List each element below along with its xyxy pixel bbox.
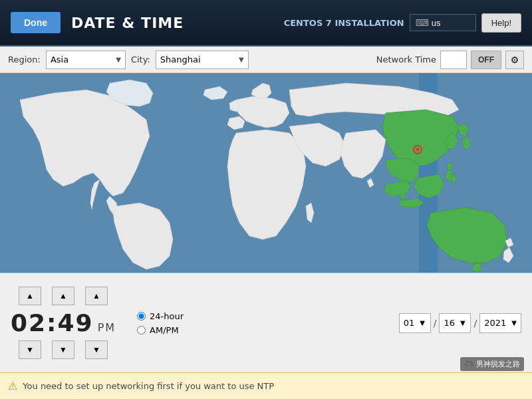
date-separator-2: /	[473, 318, 477, 329]
header-right: CENTOS 7 INSTALLATION ⌨ Help!	[284, 13, 521, 33]
month-dropdown[interactable]: 01 ▼	[399, 313, 431, 333]
city-value: Shanghai	[160, 55, 201, 65]
toolbar: Region: Asia ▼ City: Shanghai ▼ Network …	[0, 47, 532, 73]
date-separator-1: /	[434, 318, 437, 329]
network-time-input[interactable]	[440, 51, 467, 69]
region-dropdown[interactable]: Asia ▼	[46, 51, 126, 69]
region-label: Region:	[8, 55, 41, 65]
seconds-down-button[interactable]: ▼	[85, 340, 108, 359]
day-arrow-icon: ▼	[460, 319, 466, 327]
month-arrow-icon: ▼	[420, 319, 425, 327]
month-value: 01	[404, 318, 415, 328]
time-up-row: ▲ ▲ ▲	[19, 287, 108, 305]
radio-24h[interactable]: 24-hour	[137, 311, 184, 321]
page-title: DATE & TIME	[71, 15, 184, 31]
world-map-container[interactable]	[0, 73, 532, 273]
radio-ampm-label: AM/PM	[150, 325, 179, 335]
time-minutes: 49	[58, 309, 94, 336]
done-button[interactable]: Done	[11, 12, 61, 33]
year-arrow-icon: ▼	[511, 319, 517, 327]
network-time-toggle[interactable]: OFF	[471, 51, 501, 69]
minutes-down-button[interactable]: ▼	[52, 340, 74, 359]
network-time-gear-button[interactable]: ⚙	[505, 51, 524, 69]
world-map-svg	[0, 73, 532, 273]
time-hours: 02	[11, 309, 47, 336]
hours-down-button[interactable]: ▼	[19, 340, 41, 359]
time-down-row: ▼ ▼ ▼	[19, 340, 108, 359]
year-dropdown[interactable]: 2021 ▼	[479, 313, 521, 333]
day-value: 16	[444, 318, 455, 328]
warning-text: You need to set up networking first if y…	[23, 381, 274, 391]
time-display: 02 : 49 PM	[11, 309, 116, 336]
gear-icon: ⚙	[511, 55, 519, 65]
city-label: City:	[131, 55, 150, 65]
radio-ampm[interactable]: AM/PM	[137, 325, 184, 335]
minutes-up-button[interactable]: ▲	[52, 287, 74, 305]
bottom-panel: ▲ ▲ ▲ 02 : 49 PM ▼ ▼ ▼ 24-hour AM/PM	[0, 273, 532, 372]
warning-icon: ⚠	[8, 380, 17, 392]
seconds-up-button[interactable]: ▲	[85, 287, 108, 305]
centos-label: CENTOS 7 INSTALLATION	[284, 18, 404, 28]
keyboard-icon: ⌨	[416, 17, 429, 28]
region-value: Asia	[51, 55, 68, 65]
radio-24h-label: 24-hour	[150, 311, 184, 321]
radio-24h-input[interactable]	[137, 312, 146, 321]
city-arrow-icon: ▼	[239, 56, 244, 63]
watermark-text: 男神脱发之路	[476, 359, 520, 369]
date-controls: 01 ▼ / 16 ▼ / 2021 ▼	[399, 313, 521, 333]
time-controls: ▲ ▲ ▲ 02 : 49 PM ▼ ▼ ▼	[11, 287, 116, 359]
network-time-label: Network Time	[376, 55, 436, 65]
watermark: 🎮 男神脱发之路	[460, 357, 524, 371]
day-dropdown[interactable]: 16 ▼	[439, 313, 471, 333]
radio-ampm-input[interactable]	[137, 326, 146, 334]
time-ampm: PM	[98, 321, 116, 334]
hours-up-button[interactable]: ▲	[19, 287, 41, 305]
time-format-group: 24-hour AM/PM	[137, 311, 184, 335]
watermark-icon: 🎮	[464, 360, 473, 368]
warning-bar: ⚠ You need to set up networking first if…	[0, 372, 532, 399]
header-left: Done DATE & TIME	[11, 12, 184, 33]
time-colon: :	[47, 309, 57, 336]
search-input[interactable]	[432, 18, 478, 28]
svg-point-3	[416, 148, 420, 152]
network-time-section: Network Time OFF ⚙	[376, 51, 524, 69]
year-value: 2021	[484, 318, 506, 328]
help-button[interactable]: Help!	[481, 13, 521, 33]
region-arrow-icon: ▼	[116, 56, 121, 63]
search-box[interactable]: ⌨	[410, 14, 476, 31]
city-dropdown[interactable]: Shanghai ▼	[156, 51, 249, 69]
header: Done DATE & TIME CENTOS 7 INSTALLATION ⌨…	[0, 0, 532, 47]
